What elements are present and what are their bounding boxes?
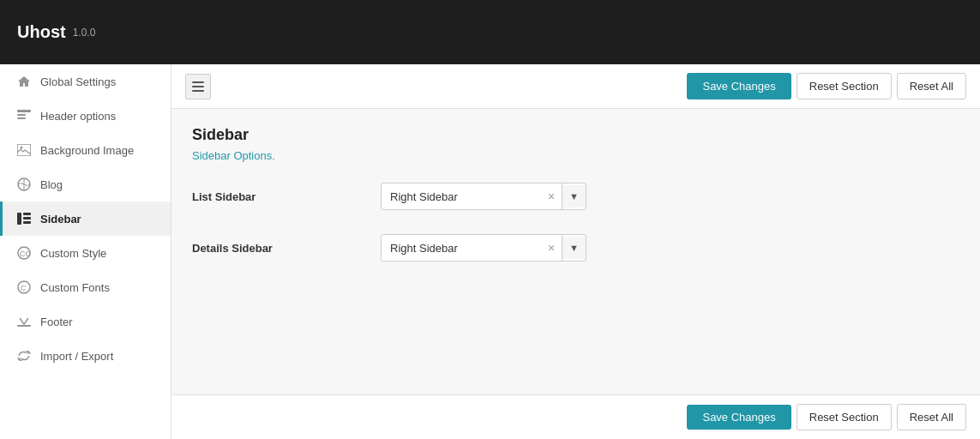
details-sidebar-field: Right Sidebar × ▼	[381, 234, 959, 262]
header-icon	[16, 108, 32, 123]
svg-text:C: C	[21, 284, 27, 292]
footer-icon	[16, 314, 32, 329]
bottom-toolbar: Save Changes Reset Section Reset All	[171, 394, 980, 439]
list-sidebar-clear-icon[interactable]: ×	[541, 183, 562, 209]
list-sidebar-select[interactable]: Right Sidebar × ▼	[381, 183, 586, 210]
menu-icon-button[interactable]	[185, 74, 211, 99]
nav-label-blog: Blog	[40, 178, 63, 191]
svg-rect-17	[192, 86, 204, 87]
nav-label-global-settings: Global Settings	[40, 75, 116, 88]
nav-label-sidebar: Sidebar	[40, 213, 81, 226]
nav-label-footer: Footer	[40, 316, 73, 328]
svg-rect-2	[17, 117, 26, 119]
section-subtitle[interactable]: Sidebar Options.	[192, 149, 959, 162]
details-sidebar-arrow-icon[interactable]: ▼	[562, 237, 586, 259]
main-content: Save Changes Reset Section Reset All Sid…	[171, 64, 980, 439]
form-row-list-sidebar: List Sidebar Right Sidebar × ▼	[192, 183, 959, 210]
nav-label-header-options: Header options	[40, 110, 116, 123]
sidebar-item-blog[interactable]: Blog	[0, 167, 171, 201]
svg-rect-15	[17, 325, 31, 327]
save-changes-button-top[interactable]: Save Changes	[687, 73, 791, 99]
sidebar-item-global-settings[interactable]: Global Settings	[0, 64, 171, 99]
list-sidebar-value: Right Sidebar	[382, 184, 541, 209]
sidebar-item-custom-fonts[interactable]: C Custom Fonts	[0, 270, 171, 304]
sidebar-nav: Global Settings Header options Backg	[0, 64, 171, 439]
top-bar: Uhost 1.0.0	[0, 0, 980, 64]
svg-rect-1	[17, 114, 26, 116]
svg-rect-10	[23, 221, 31, 224]
sidebar-item-import-export[interactable]: Import / Export	[0, 339, 171, 373]
details-sidebar-value: Right Sidebar	[382, 236, 541, 261]
reset-section-button-bottom[interactable]: Reset Section	[797, 404, 892, 430]
details-sidebar-select[interactable]: Right Sidebar × ▼	[381, 234, 586, 262]
list-sidebar-field: Right Sidebar × ▼	[381, 183, 959, 210]
svg-rect-0	[17, 110, 31, 112]
toolbar-right: Save Changes Reset Section Reset All	[687, 73, 966, 99]
section-title: Sidebar	[192, 126, 959, 144]
details-sidebar-label: Details Sidebar	[192, 242, 381, 255]
home-icon	[16, 74, 32, 89]
sidebar-item-sidebar[interactable]: Sidebar	[0, 201, 171, 236]
svg-rect-8	[23, 213, 31, 215]
reset-all-button-top[interactable]: Reset All	[897, 73, 966, 99]
list-sidebar-arrow-icon[interactable]: ▼	[562, 185, 586, 207]
toolbar-left	[185, 74, 211, 99]
svg-rect-16	[192, 81, 204, 83]
sidebar-item-header-options[interactable]: Header options	[0, 99, 171, 133]
svg-text:CC: CC	[20, 250, 31, 258]
reset-all-button-bottom[interactable]: Reset All	[897, 404, 966, 430]
svg-rect-7	[17, 213, 21, 225]
custom-style-icon: CC	[16, 245, 32, 261]
import-export-icon	[16, 348, 32, 364]
blog-icon	[16, 177, 32, 192]
content-area: Sidebar Sidebar Options. List Sidebar Ri…	[171, 109, 980, 394]
reset-section-button-top[interactable]: Reset Section	[797, 73, 892, 99]
list-sidebar-label: List Sidebar	[192, 190, 381, 203]
app-name: Uhost	[17, 22, 66, 42]
sidebar-item-background-image[interactable]: Background Image	[0, 133, 171, 167]
details-sidebar-clear-icon[interactable]: ×	[541, 235, 562, 261]
form-row-details-sidebar: Details Sidebar Right Sidebar × ▼	[192, 234, 959, 262]
sidebar-item-custom-style[interactable]: CC Custom Style	[0, 236, 171, 270]
app-version: 1.0.0	[73, 27, 96, 39]
top-toolbar: Save Changes Reset Section Reset All	[171, 64, 980, 109]
image-icon	[16, 142, 32, 158]
svg-rect-18	[192, 90, 204, 92]
sidebar-icon	[16, 211, 32, 226]
nav-label-custom-style: Custom Style	[40, 247, 106, 260]
main-layout: Global Settings Header options Backg	[0, 64, 980, 439]
sidebar-item-footer[interactable]: Footer	[0, 304, 171, 339]
nav-label-background-image: Background Image	[40, 144, 134, 157]
save-changes-button-bottom[interactable]: Save Changes	[687, 405, 791, 430]
svg-point-4	[21, 147, 23, 149]
custom-fonts-icon: C	[16, 280, 32, 295]
svg-rect-9	[23, 217, 31, 220]
nav-label-import-export: Import / Export	[40, 350, 113, 363]
nav-label-custom-fonts: Custom Fonts	[40, 281, 110, 294]
